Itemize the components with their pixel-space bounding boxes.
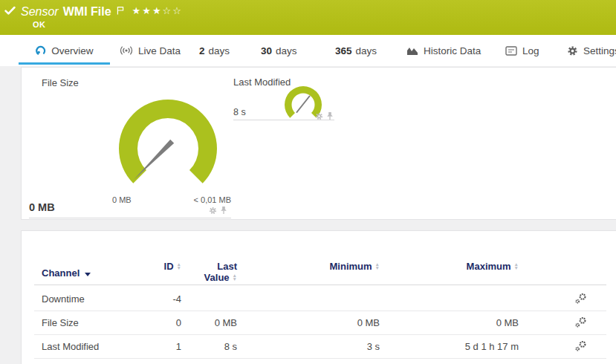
tab-historic-data[interactable]: Historic Data (406, 35, 481, 66)
column-header-maximum[interactable]: Maximum ▲▼ (380, 258, 519, 285)
tab-2-days[interactable]: 2 days (199, 35, 230, 66)
cell-channel: Downtime (34, 293, 153, 305)
tab-label: days (209, 45, 230, 56)
tab-label: Historic Data (424, 45, 481, 56)
cell-minimum: 3 s (237, 341, 380, 352)
table-row-downtime[interactable]: Downtime -4 (34, 287, 606, 311)
cell-channel: Last Modified (34, 341, 153, 352)
chevron-down-icon (85, 273, 91, 276)
gear-icon (567, 45, 578, 56)
last-modified-underline (233, 120, 334, 120)
last-modified-gauge-needle (297, 97, 310, 113)
cell-maximum: 5 d 1 h 17 m (380, 341, 519, 352)
tab-overview[interactable]: Overview (19, 35, 110, 66)
tab-live-data[interactable]: Live Data (120, 35, 181, 66)
status-badge: OK (33, 20, 45, 29)
cell-channel: File Size (34, 317, 153, 328)
status-check-icon (4, 5, 16, 15)
gauge-settings-gear-icon[interactable] (209, 207, 217, 215)
column-header-minimum[interactable]: Minimum ▲▼ (237, 258, 380, 285)
file-size-underline (29, 218, 231, 218)
tab-label: Settings (583, 45, 616, 56)
sensor-kind-label: Sensor (21, 5, 59, 19)
tab-30-days[interactable]: 30 days (261, 35, 297, 66)
tab-number: 30 (261, 45, 272, 56)
tab-label: Live Data (138, 45, 181, 56)
column-header-id[interactable]: ID ▲▼ (153, 258, 181, 285)
file-size-gauge (108, 88, 227, 207)
file-size-gauge-title: File Size (42, 77, 79, 88)
file-size-scale-max: < 0,01 MB (194, 195, 231, 204)
table-row-file-size[interactable]: File Size 0 0 MB 0 MB 0 MB (34, 311, 606, 335)
area-chart-icon (406, 45, 418, 56)
cell-last-value: 8 s (181, 341, 237, 352)
sensor-header: Sensor WMI File ★★★☆☆ OK (0, 0, 616, 35)
tab-log[interactable]: Log (505, 35, 539, 66)
tab-bar: Overview Live Data 2 days 30 days 365 da… (0, 35, 616, 66)
file-size-current-value: 0 MB (29, 201, 55, 213)
cell-minimum: 0 MB (237, 317, 380, 328)
channels-panel: Channel ID ▲▼ Last Value ▲▼ Minimum ▲▼ (21, 230, 616, 364)
file-size-gauge-arc (119, 100, 217, 183)
tab-settings[interactable]: Settings (567, 35, 616, 66)
prtg-sensor-page: Sensor WMI File ★★★☆☆ OK Overview Live D… (0, 0, 616, 364)
tab-label: Overview (51, 45, 93, 56)
last-modified-current-value: 8 s (233, 107, 246, 117)
content-area: File Size 0 MB < 0,01 MB 0 MB (0, 66, 616, 364)
pin-icon[interactable] (220, 206, 227, 215)
broadcast-icon (120, 45, 133, 56)
gauges-panel: File Size 0 MB < 0,01 MB 0 MB (21, 67, 616, 220)
file-size-scale-min: 0 MB (112, 195, 132, 204)
table-row-last-modified[interactable]: Last Modified 1 8 s 3 s 5 d 1 h 17 m (34, 335, 606, 359)
cell-maximum: 0 MB (380, 317, 519, 328)
cell-last-value: 0 MB (181, 317, 237, 328)
sensor-title: WMI File (63, 5, 111, 19)
channel-table-body: Downtime -4 File Size 0 0 MB 0 MB 0 MB (34, 287, 606, 359)
tab-label: Log (522, 45, 539, 56)
tab-label: days (276, 45, 297, 56)
channel-settings-icon[interactable] (574, 340, 587, 354)
cell-id: 0 (153, 317, 181, 328)
gauge-icon (35, 45, 46, 56)
log-icon (505, 46, 517, 56)
column-header-last-value[interactable]: Last Value ▲▼ (181, 258, 237, 285)
cell-id: -4 (153, 293, 181, 305)
tab-number: 365 (335, 45, 352, 56)
flag-icon[interactable] (116, 4, 125, 13)
cell-id: 1 (153, 341, 181, 352)
priority-stars[interactable]: ★★★☆☆ (132, 5, 183, 16)
channel-settings-icon[interactable] (574, 316, 587, 330)
tab-label: days (356, 45, 377, 56)
file-size-gauge-needle (134, 140, 174, 180)
tab-365-days[interactable]: 365 days (335, 35, 377, 66)
tab-number: 2 (199, 45, 205, 56)
channel-table-header: Channel ID ▲▼ Last Value ▲▼ Minimum ▲▼ (34, 258, 606, 285)
gauge-settings-gear-icon[interactable] (315, 112, 323, 120)
channel-settings-icon[interactable] (574, 293, 587, 306)
column-header-channel[interactable]: Channel (34, 258, 153, 285)
